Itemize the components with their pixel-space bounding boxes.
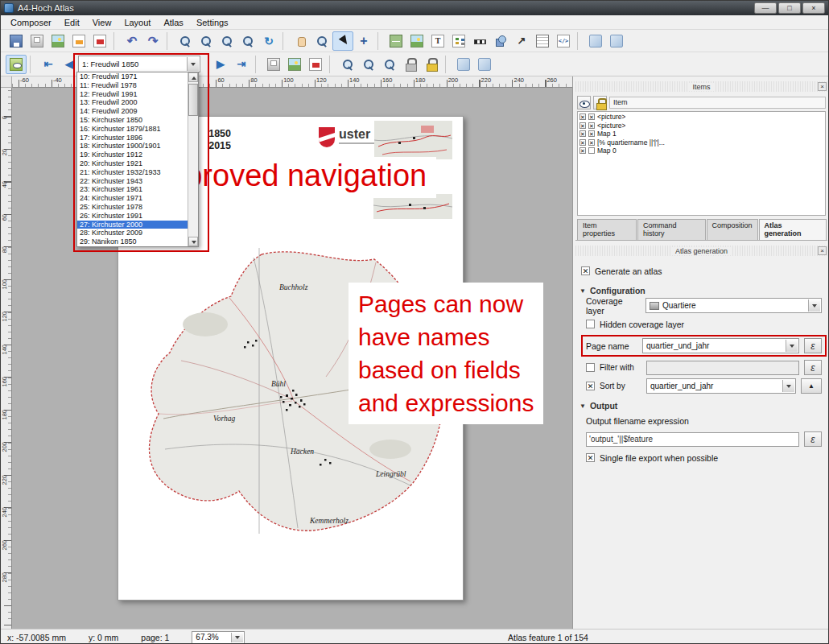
scroll-down-icon[interactable] — [188, 237, 198, 246]
chevron-down-icon[interactable] — [808, 299, 820, 312]
dropdown-item[interactable]: 22: Kirchuster 1943 — [77, 177, 188, 186]
add-scalebar-button[interactable] — [469, 31, 490, 51]
atlas-panel-header[interactable]: Atlas generation × — [575, 246, 827, 256]
add-map-button[interactable] — [386, 31, 406, 51]
menu-item[interactable]: View — [86, 16, 118, 29]
zoom-in-alt-button[interactable] — [358, 55, 379, 74]
sort-ascending-button[interactable]: ▲ — [801, 378, 822, 394]
undo-button[interactable]: ↶ — [122, 31, 142, 51]
page-name-combo[interactable]: quartier_und_jahr — [642, 338, 799, 353]
scroll-up-icon[interactable] — [188, 72, 198, 82]
dropdown-item[interactable]: 10: Freudwil 1971 — [77, 72, 188, 81]
output-filename-input[interactable] — [586, 432, 799, 447]
export-atlas-pdf-button[interactable] — [305, 55, 326, 74]
visibility-checkbox[interactable]: ✕ — [579, 122, 586, 129]
refresh-button[interactable]: ↻ — [258, 31, 279, 51]
configuration-group-header[interactable]: ▼ Configuration — [579, 286, 823, 295]
page-name-expression-button[interactable]: ε — [804, 338, 822, 353]
add-shape-button[interactable] — [490, 31, 511, 51]
zoom-full-button[interactable] — [175, 31, 196, 51]
chevron-down-icon[interactable] — [782, 380, 794, 392]
generate-atlas-checkbox[interactable]: ✕ — [581, 266, 590, 275]
maximize-button[interactable]: □ — [778, 2, 801, 14]
last-feature-button[interactable]: ⇥ — [231, 55, 252, 74]
chevron-down-icon[interactable] — [231, 633, 243, 642]
chevron-down-icon[interactable] — [187, 57, 199, 71]
export-svg-button[interactable] — [68, 31, 89, 51]
lock-checkbox[interactable]: ✕ — [588, 147, 595, 154]
item-row[interactable]: ✕ ✕ Map 1 — [578, 130, 825, 138]
lock-checkbox[interactable]: ✕ — [588, 114, 595, 120]
collapse-icon[interactable]: ▼ — [579, 287, 586, 295]
lock-checkbox[interactable]: ✕ — [588, 139, 595, 146]
next-feature-button[interactable]: ▶ — [210, 55, 231, 74]
zoom-in-button[interactable] — [217, 31, 237, 51]
print-button[interactable] — [27, 31, 47, 51]
menu-item[interactable]: Composer — [4, 16, 58, 29]
collapse-icon[interactable]: ▼ — [579, 402, 586, 410]
dropdown-item[interactable]: 26: Kirchuster 1991 — [77, 212, 188, 221]
move-item-content-button[interactable] — [353, 31, 374, 51]
visibility-checkbox[interactable]: ✕ — [579, 114, 586, 120]
item-row[interactable]: ✕ ✕ <picture> — [578, 122, 825, 130]
save-button[interactable] — [6, 31, 27, 51]
items-list[interactable]: ✕ ✕ <picture> ✕ ✕ <picture> ✕ ✕ Map 1 — [577, 111, 826, 216]
dropdown-item[interactable]: 12: Freudwil 1991 — [77, 90, 188, 99]
visibility-checkbox[interactable]: ✕ — [579, 139, 586, 146]
scrollbar-thumb[interactable] — [188, 84, 198, 116]
dropdown-item[interactable]: 18: Kirchuster 1900/1901 — [77, 142, 188, 151]
select-move-item-button[interactable] — [332, 31, 353, 51]
add-arrow-button[interactable]: ↗ — [511, 31, 532, 51]
item-row[interactable]: ✕ ✕ Map 0 — [578, 147, 825, 155]
zoom-full-extent-button[interactable] — [337, 55, 358, 74]
hidden-coverage-checkbox[interactable]: ✕ — [586, 320, 595, 328]
dropdown-item[interactable]: 28: Kirchuster 2009 — [77, 229, 188, 237]
previous-feature-button[interactable]: ◀ — [59, 55, 80, 74]
zoom-out-button[interactable] — [237, 31, 258, 51]
atlas-feature-dropdown[interactable]: 10: Freudwil 197111: Freudwil 197812: Fr… — [76, 72, 199, 247]
add-html-button[interactable] — [553, 31, 574, 51]
toggle-visibility-button[interactable] — [577, 96, 591, 109]
panel-tab[interactable]: Command history — [637, 219, 706, 240]
dropdown-scrollbar[interactable] — [188, 72, 198, 246]
dropdown-item[interactable]: 13: Freudwil 2000 — [77, 98, 188, 107]
menu-item[interactable]: Atlas — [157, 16, 189, 29]
single-file-checkbox[interactable]: ✕ — [586, 453, 595, 462]
page-settings-button[interactable] — [474, 55, 495, 74]
coverage-layer-combo[interactable]: Quartiere — [645, 298, 822, 313]
add-legend-button[interactable] — [448, 31, 469, 51]
lock-items-button[interactable] — [400, 55, 421, 74]
dropdown-item[interactable]: 15: Kirchuster 1850 — [77, 116, 188, 125]
chevron-down-icon[interactable] — [786, 340, 798, 352]
sort-by-checkbox[interactable]: ✕ — [586, 382, 595, 390]
output-expression-button[interactable]: ε — [804, 431, 822, 447]
panel-tab[interactable]: Atlas generation — [759, 219, 827, 240]
zoom-combo[interactable]: 67.3% — [192, 631, 245, 644]
panel-tab[interactable]: Composition — [707, 219, 758, 240]
export-atlas-image-button[interactable] — [284, 55, 305, 74]
zoom-tool-button[interactable] — [311, 31, 332, 51]
dropdown-item[interactable]: 29: Nänikon 1850 — [77, 237, 188, 246]
output-group-header[interactable]: ▼ Output — [579, 401, 823, 411]
add-image-button[interactable] — [406, 31, 427, 51]
minimize-button[interactable]: — — [754, 2, 777, 14]
dropdown-item[interactable]: 27: Kirchuster 2000 — [77, 221, 188, 229]
redo-button[interactable]: ↷ — [142, 31, 163, 51]
filter-with-checkbox[interactable]: ✕ — [586, 363, 595, 372]
dropdown-item[interactable]: 16: Kirchuster 1879/1881 — [77, 125, 188, 134]
dropdown-item[interactable]: 11: Freudwil 1978 — [77, 81, 188, 90]
panel-tab[interactable]: Item properties — [577, 219, 637, 240]
zoom-actual-button[interactable] — [196, 31, 217, 51]
raise-items-button[interactable] — [606, 31, 627, 51]
dropdown-item[interactable]: 14: Freudwil 2009 — [77, 107, 188, 116]
dropdown-item[interactable]: 17: Kirchuster 1896 — [77, 134, 188, 142]
menu-item[interactable]: Settings — [190, 16, 235, 29]
dropdown-item[interactable]: 23: Kirchuster 1961 — [77, 185, 188, 194]
lock-items-button[interactable] — [593, 96, 607, 109]
export-pdf-button[interactable] — [89, 31, 110, 51]
group-items-button[interactable] — [585, 31, 606, 51]
item-row[interactable]: ✕ ✕ [% quartiername ||'|'|... — [578, 138, 825, 147]
close-button[interactable]: × — [802, 2, 825, 14]
first-feature-button[interactable]: ⇤ — [38, 55, 59, 74]
items-panel-header[interactable]: Items × — [575, 81, 827, 92]
